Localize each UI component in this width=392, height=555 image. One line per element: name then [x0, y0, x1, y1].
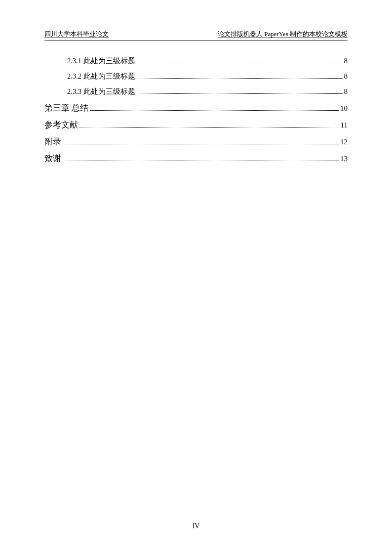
page-container: 四川大学本科毕业论文 论文排版机器人 PaperYes 制作的本校论文模板 2.…: [0, 0, 392, 555]
toc-entry-label: 2.3.1 此处为三级标题: [67, 55, 135, 67]
toc-leader-dots: [137, 93, 343, 94]
header-right-text: 论文排版机器人 PaperYes 制作的本校论文模板: [218, 30, 348, 39]
toc-entry: 致谢 13: [44, 152, 348, 165]
toc-entry: 附录 12: [44, 135, 348, 148]
toc-leader-dots: [63, 144, 339, 144]
page-header: 四川大学本科毕业论文 论文排版机器人 PaperYes 制作的本校论文模板: [44, 30, 348, 41]
toc-leader-dots: [137, 78, 343, 79]
toc-entry: 2.3.3 此处为三级标题 8: [44, 85, 348, 97]
page-footer: IV: [0, 522, 392, 530]
toc-entry-page: 8: [344, 85, 348, 97]
toc-entry-label: 2.3.3 此处为三级标题: [67, 86, 135, 97]
toc-entry-label: 附录: [44, 135, 61, 148]
toc-entry-label: 参考文献: [44, 118, 78, 131]
toc-entry-page: 10: [340, 102, 348, 114]
toc-entry-page: 8: [344, 55, 348, 67]
toc-entry: 第三章 总结 10: [44, 101, 348, 115]
table-of-contents: 2.3.1 此处为三级标题 8 2.3.2 此处为三级标题 8 2.3.3 此处…: [44, 55, 348, 165]
header-left-text: 四川大学本科毕业论文: [44, 30, 109, 39]
toc-entry-page: 11: [341, 119, 348, 131]
toc-entry-label: 2.3.2 此处为三级标题: [67, 71, 135, 82]
toc-entry-page: 8: [344, 70, 348, 82]
toc-leader-dots: [79, 127, 339, 128]
toc-entry: 参考文献 11: [44, 118, 348, 131]
toc-leader-dots: [90, 110, 339, 111]
toc-leader-dots: [137, 63, 343, 63]
toc-entry: 2.3.2 此处为三级标题 8: [44, 70, 348, 82]
toc-entry-label: 第三章 总结: [44, 101, 88, 115]
toc-entry-page: 12: [340, 136, 348, 148]
toc-leader-dots: [63, 161, 339, 161]
toc-entry: 2.3.1 此处为三级标题 8: [44, 55, 348, 67]
page-number: IV: [193, 522, 200, 530]
toc-entry-label: 致谢: [44, 152, 61, 165]
toc-entry-page: 13: [340, 153, 348, 165]
